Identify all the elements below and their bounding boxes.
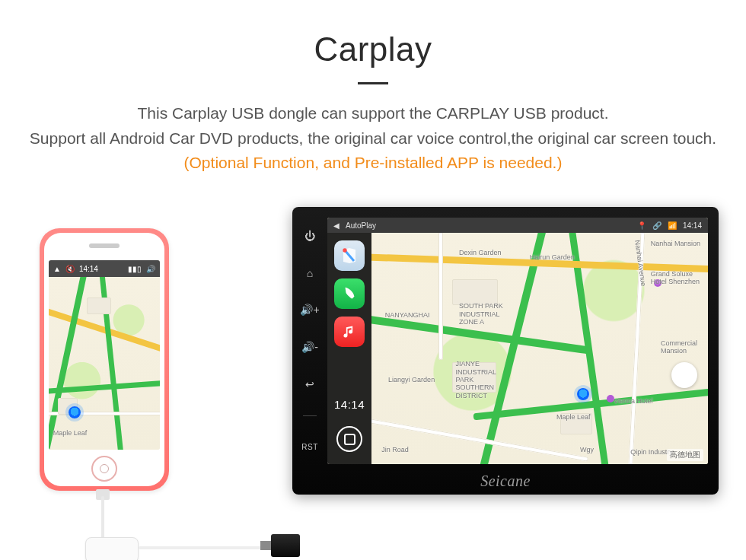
map-label-jianye: JIANYE INDUSTRIAL PARK SOUTHERN DISTRICT [456,360,497,399]
svg-point-0 [343,248,346,252]
reset-button[interactable]: RST [301,443,318,451]
home-button[interactable]: ⌂ [307,268,313,278]
status-back-icon[interactable]: ◀ [333,221,340,230]
hero-note: (Optional Function, and Pre-installed AP… [184,154,563,171]
signal-icon: 📶 [668,221,677,230]
signal-icon: ▮▮▯ [128,265,142,273]
phone-home-button[interactable] [91,456,117,482]
map-label-hairun: Hairun Garden [530,253,575,261]
map-label-wgy: Wgy [580,446,594,453]
usb-adapter [85,537,139,560]
map-label-jinroad: Jin Road [381,446,409,453]
back-hard-button[interactable]: ↩ [305,379,314,390]
dock-app-phone[interactable] [334,278,365,309]
vol-up-button[interactable]: 🔊+ [300,304,319,315]
usb-a-plug [271,534,300,557]
dock-app-maps[interactable] [334,240,365,271]
gps-icon: 📍 [637,221,646,230]
phone-map-label: Maple Leaf [53,429,88,437]
lightning-cable [101,496,104,542]
power-button[interactable]: ⏻ [304,231,315,241]
vol-down-button[interactable]: 🔊- [301,342,318,352]
hero-description: This Carplay USB dongle can support the … [15,101,731,176]
android-status-bar: ◀ AutoPlay 📍 🔗 📶 14:14 [327,218,708,233]
unit-brand-label: Seicane [292,473,719,490]
unit-screen: ◀ AutoPlay 📍 🔗 📶 14:14 [327,218,708,464]
map-label-nanhai-mansion: Nanhai Mansion [651,240,700,247]
compass-button[interactable] [671,362,697,388]
unit-hard-buttons: ⏻ ⌂ 🔊+ 🔊- ↩ RST [292,218,327,464]
music-icon [342,324,357,339]
current-location-pin [577,388,589,400]
carplay-home-button[interactable] [336,426,362,452]
page-title: Carplay [0,30,746,68]
map-label-liangyi: Liangyi Garden [388,376,435,383]
phone-map[interactable]: Maple Leaf [49,277,160,450]
map-attribution: 高德地图 [667,449,703,461]
maps-icon [340,247,359,265]
map-label-southpark: SOUTH PARK INDUSTRIAL ZONE A [459,302,503,326]
map-label-commercial: Commercial Mansion [661,339,697,355]
product-scene: ▲ 🔇 14:14 ▮▮▯ 🔊 Maple Leaf [0,228,746,560]
map-label-soluxe: Grand Soluxe Hotel Shenzhen [651,270,700,286]
phone-location-pin [69,406,81,418]
carplay-map[interactable]: Dexin Garden Hairun Garden NANYANGHAI SO… [371,233,708,464]
status-app-title: AutoPlay [346,221,376,230]
car-head-unit: ⏻ ⌂ 🔊+ 🔊- ↩ RST ◀ AutoPlay 📍 🔗 📶 14:14 [292,207,719,495]
map-label-nanyanghai: NANYANGHAI [385,311,430,319]
volume-icon: 🔊 [146,265,155,273]
phone-status-bar: ▲ 🔇 14:14 ▮▮▯ 🔊 [49,260,160,277]
title-underline [358,82,388,84]
phone-icon [341,285,358,302]
hero-body-text: This Carplay USB dongle can support the … [30,104,716,147]
map-label-vienna: Vienna Hotel [614,397,652,405]
carplay-dock: 14:14 [327,233,371,464]
nav-arrow-icon: ▲ [53,265,61,273]
side-separator [303,415,317,416]
map-label-dexin: Dexin Garden [459,249,502,256]
map-label-maple: Maple Leaf [556,413,591,421]
phone-clock: 14:14 [79,265,98,273]
phone-speaker [89,243,120,248]
phone-screen: ▲ 🔇 14:14 ▮▮▯ 🔊 Maple Leaf [49,260,160,450]
dock-clock: 14:14 [334,398,365,411]
status-clock: 14:14 [683,221,702,230]
iphone-device: ▲ 🔇 14:14 ▮▮▯ 🔊 Maple Leaf [40,228,169,491]
link-icon: 🔗 [652,221,662,230]
mute-icon: 🔇 [65,265,75,273]
usb-cable [139,546,276,549]
dock-app-music[interactable] [334,317,365,347]
